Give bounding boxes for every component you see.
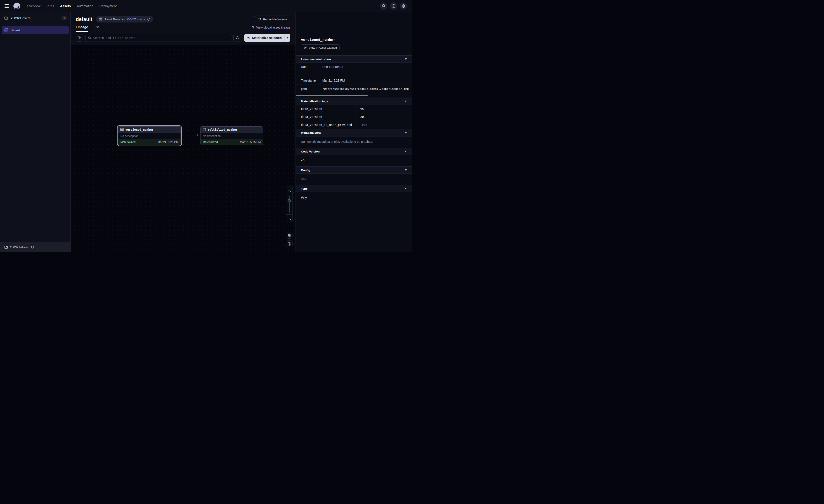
- zoom-slider-thumb[interactable]: [288, 199, 291, 202]
- horizontal-scrollbar[interactable]: [296, 95, 368, 96]
- download-graph-icon[interactable]: [286, 240, 293, 247]
- code-version-value: v5: [296, 155, 412, 166]
- zoom-out-icon[interactable]: [286, 214, 293, 222]
- folder-icon: [4, 16, 8, 20]
- asset-node-versioned-number[interactable]: versioned_number No description Material…: [118, 126, 181, 145]
- view-global-asset-lineage-label: View global asset lineage: [256, 26, 290, 29]
- materialize-split-button: Materialize selected: [244, 34, 290, 42]
- tag-value: true: [356, 121, 412, 129]
- run-prefix: Run: [322, 65, 329, 69]
- section-title: Type: [301, 187, 308, 191]
- sidebar-item-label: default: [11, 28, 21, 32]
- section-title: Code Version: [301, 150, 320, 153]
- asset-group-badge[interactable]: Asset Group in 250321-dvers: [96, 16, 153, 22]
- reload-location-icon[interactable]: [31, 246, 34, 249]
- zoom-in-icon[interactable]: [286, 186, 293, 194]
- asset-group-count-badge: 1: [62, 16, 67, 20]
- lineage-graph-canvas[interactable]: versioned_number No description Material…: [71, 45, 296, 252]
- search-icon: [88, 36, 91, 39]
- nav-item-assets[interactable]: Assets: [60, 4, 71, 8]
- section-title: Latest materialization: [301, 57, 331, 61]
- node-status-badge: Materialized: [203, 140, 218, 144]
- search-icon[interactable]: [380, 2, 387, 10]
- tag-key: data_version: [296, 113, 356, 121]
- chevron-down-icon: [405, 132, 407, 133]
- reload-definitions-label: Reload definitions: [263, 17, 287, 21]
- node-description: No description: [118, 133, 181, 139]
- tag-row-data-version: data_version 20: [296, 113, 412, 121]
- node-status-timestamp: Mar 21, 5:29 PM: [158, 140, 178, 144]
- nav-item-runs[interactable]: Runs: [46, 4, 54, 8]
- path-value-link[interactable]: /Users/smackesey/stm/code/elementl/exper…: [322, 87, 409, 91]
- zoom-slider-track[interactable]: [289, 196, 290, 213]
- external-link-icon: [304, 46, 307, 49]
- badge-location-link[interactable]: 250321-dvers: [126, 17, 145, 21]
- hamburger-menu-icon[interactable]: [3, 2, 10, 10]
- type-value: Any: [296, 192, 412, 204]
- metadata-plots-empty-text: No numeric metadata entries available to…: [296, 136, 412, 148]
- lineage-edge: [185, 135, 197, 135]
- chevron-down-icon: [405, 58, 407, 60]
- section-materialization-tags[interactable]: Materialization tags: [296, 98, 412, 105]
- tag-row-code-version: code_version v5: [296, 105, 412, 113]
- asset-group-icon: [99, 17, 103, 21]
- view-in-asset-catalog-label: View in Asset Catalog: [309, 46, 337, 49]
- timestamp-key: Timestamp: [296, 76, 319, 85]
- graph-settings-gear-icon[interactable]: [286, 232, 293, 239]
- nav-item-overview[interactable]: Overview: [27, 4, 40, 8]
- sidebar-item-default[interactable]: default: [2, 26, 69, 34]
- run-key: Run: [296, 63, 319, 76]
- chevron-down-icon: [405, 188, 407, 189]
- section-title: Config: [301, 168, 310, 172]
- lineage-graph-icon: [251, 26, 254, 29]
- node-status-badge: Materialized: [120, 140, 135, 144]
- asset-table-icon: [120, 128, 124, 131]
- node-name: multiplied_number: [208, 128, 237, 131]
- reload-definitions-icon: [258, 17, 261, 21]
- lineage-edge-arrowhead: [197, 134, 199, 136]
- tag-key: data_version_is_user_provided: [296, 121, 356, 129]
- dagster-logo-icon: [13, 2, 21, 10]
- path-key: path: [296, 85, 319, 93]
- tab-lineage[interactable]: Lineage: [76, 25, 88, 32]
- section-metadata-plots[interactable]: Metadata plots: [296, 129, 412, 136]
- timestamp-value: Mar 21, 5:29 PM: [319, 76, 412, 85]
- zoom-control-panel: [286, 186, 293, 222]
- asset-node-multiplied-number[interactable]: multiplied_number No description Materia…: [200, 126, 263, 145]
- tag-row-data-version-is-user-provided: data_version_is_user_provided true: [296, 121, 412, 129]
- refresh-icon[interactable]: [147, 18, 150, 21]
- materialize-selected-button[interactable]: Materialize selected: [244, 34, 284, 42]
- view-in-asset-catalog-button[interactable]: View in Asset Catalog: [301, 44, 340, 51]
- asset-group-icon: [4, 28, 8, 32]
- chevron-down-icon: [405, 151, 407, 152]
- latest-run-row: Run Run c9a40434: [296, 63, 412, 76]
- tag-key: code_version: [296, 105, 356, 113]
- tab-list[interactable]: List: [94, 25, 99, 32]
- materialize-selected-label: Materialize selected: [252, 36, 282, 39]
- code-location-name: 250321-dvers: [11, 16, 59, 20]
- asset-details-panel: versioned_number View in Asset Catalog L…: [296, 12, 412, 252]
- help-icon[interactable]: [390, 2, 397, 10]
- latest-timestamp-row: Timestamp Mar 21, 5:29 PM: [296, 76, 412, 85]
- search-input[interactable]: [93, 36, 228, 39]
- view-global-asset-lineage-link[interactable]: View global asset lineage: [251, 26, 290, 32]
- reload-definitions-button[interactable]: Reload definitions: [254, 16, 290, 23]
- section-type[interactable]: Type: [296, 185, 412, 192]
- run-id-link[interactable]: c9a40434: [329, 65, 343, 69]
- tag-value: v5: [356, 105, 412, 113]
- refresh-graph-icon[interactable]: [233, 34, 241, 42]
- asset-table-icon: [203, 128, 206, 131]
- settings-gear-icon[interactable]: [400, 2, 407, 10]
- nav-item-automation[interactable]: Automation: [77, 4, 93, 8]
- materialize-dropdown-caret[interactable]: [284, 34, 290, 42]
- node-status-timestamp: Mar 21, 5:25 PM: [240, 140, 261, 144]
- folder-icon: [4, 246, 8, 249]
- section-config[interactable]: Config: [296, 166, 412, 174]
- page-title: default: [76, 16, 92, 22]
- sidebar-code-location[interactable]: 250321-dvers 1: [0, 12, 70, 24]
- nav-item-deployment[interactable]: Deployment: [99, 4, 117, 8]
- section-latest-materialization[interactable]: Latest materialization: [296, 55, 412, 63]
- section-code-version[interactable]: Code Version: [296, 148, 412, 155]
- collapse-sidebar-panel-icon[interactable]: [76, 34, 83, 41]
- node-name: versioned_number: [125, 128, 153, 131]
